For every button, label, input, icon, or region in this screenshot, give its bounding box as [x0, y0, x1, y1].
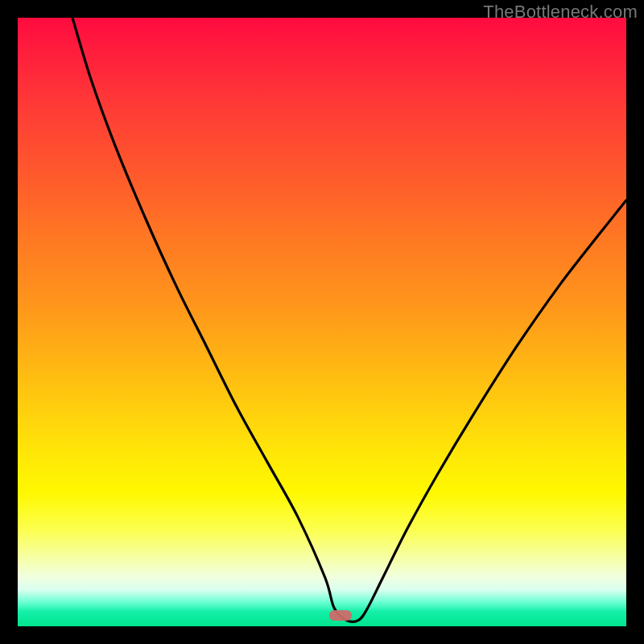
optimal-marker — [329, 610, 352, 621]
plot-area — [18, 18, 626, 626]
bottleneck-curve — [18, 18, 626, 626]
chart-stage: TheBottleneck.com — [0, 0, 644, 644]
watermark-text: TheBottleneck.com — [483, 2, 638, 23]
